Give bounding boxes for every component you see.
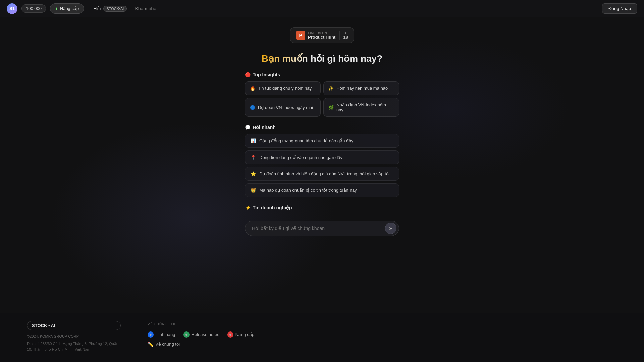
dang-nhap-label: Đăng Nhập xyxy=(608,6,631,11)
navbar-center: Hỏi STOCK•AI Khám phá xyxy=(91,4,159,14)
quick-label-2: Dự đoán tình hình và biến động giá của N… xyxy=(259,171,390,176)
main-heading: Bạn muốn hỏi gì hôm nay? xyxy=(262,53,383,64)
footer-link-release-notes[interactable]: ● Release notes xyxy=(183,331,219,338)
top-insights-label: Top Insights xyxy=(253,72,280,77)
footer: STOCK • AI ©2024, KOMPA GROUP CORP Địa c… xyxy=(0,313,644,362)
logo-avatar: S1 xyxy=(7,3,17,14)
insight-icon-1: ✨ xyxy=(328,86,334,91)
tin-icon: ⚡ xyxy=(245,205,251,210)
plus-icon: + xyxy=(55,6,58,11)
ph-text: FIND US ON Product Hunt xyxy=(308,31,335,40)
footer-links: VỀ CHÚNG TÔI ● Tính năng ● Release notes… xyxy=(148,322,254,347)
top-insights-icon: 🔴 xyxy=(245,72,251,77)
credits-badge: 100,000 xyxy=(21,4,46,13)
navbar-right: Đăng Nhập xyxy=(602,3,637,14)
quick-btn-2[interactable]: ⭐ Dự đoán tình hình và biến động giá của… xyxy=(245,167,399,181)
release-notes-label: Release notes xyxy=(192,332,219,337)
search-input[interactable] xyxy=(245,221,399,236)
footer-address: Địa chỉ: 285/60 Cách Mạng Tháng 8, Phườn… xyxy=(27,341,121,353)
kham-pha-label: Khám phá xyxy=(135,6,156,11)
insight-icon-3: 🌿 xyxy=(328,105,334,110)
hoi-nhanh-list: 📊 Cộng đồng mạng quan tâm chủ đề nào gần… xyxy=(245,134,399,197)
kham-pha-button[interactable]: Khám phá xyxy=(132,4,159,13)
hoi-label: Hỏi xyxy=(93,6,101,11)
footer-brand: STOCK • AI ©2024, KOMPA GROUP CORP Địa c… xyxy=(27,321,121,353)
footer-link-row-1: ● Tính năng ● Release notes ● Nâng cấp xyxy=(148,331,254,338)
insight-btn-0[interactable]: 🔥 Tin tức đáng chú ý hôm nay xyxy=(245,81,321,95)
dang-nhap-button[interactable]: Đăng Nhập xyxy=(602,3,637,14)
navbar: S1 100,000 + Nâng cấp Hỏi STOCK•AI Khám … xyxy=(0,0,644,17)
insight-label-1: Hôm nay nên mua mã nào xyxy=(336,86,388,91)
quick-icon-2: ⭐ xyxy=(251,171,256,176)
insight-label-0: Tin tức đáng chú ý hôm nay xyxy=(258,86,312,91)
quick-icon-0: 📊 xyxy=(251,138,256,143)
ph-upvote: ▲ 18 xyxy=(339,31,348,40)
ph-icon: P xyxy=(296,31,305,40)
footer-link-tinh-nang[interactable]: ● Tính năng xyxy=(148,331,175,338)
insight-icon-2: 🔵 xyxy=(250,105,255,110)
search-send-button[interactable]: ➤ xyxy=(385,223,396,234)
product-hunt-banner[interactable]: P FIND US ON Product Hunt ▲ 18 xyxy=(290,27,354,43)
footer-section-label: VỀ CHÚNG TÔI xyxy=(148,322,254,326)
insight-btn-1[interactable]: ✨ Hôm nay nên mua mã nào xyxy=(323,81,399,95)
footer-logo: STOCK • AI xyxy=(27,321,121,330)
quick-btn-0[interactable]: 📊 Cộng đồng mạng quan tâm chủ đề nào gần… xyxy=(245,134,399,148)
insight-label-3: Nhận định VN-Index hôm nay xyxy=(336,102,394,112)
quick-btn-1[interactable]: 📍 Dòng tiền đang đổ vào ngành nào gần đâ… xyxy=(245,150,399,164)
hoi-nhanh-icon: 💬 xyxy=(245,125,251,130)
logo-initials: S1 xyxy=(9,6,15,11)
search-container: ➤ xyxy=(245,221,399,236)
ph-count: 18 xyxy=(343,35,348,40)
send-icon: ➤ xyxy=(389,226,393,231)
main-content: P FIND US ON Product Hunt ▲ 18 Bạn muốn … xyxy=(0,17,644,236)
ve-chung-toi-icon: ✏️ xyxy=(148,342,153,347)
quick-label-3: Mã nào dự đoán chuẩn bị có tin tốt trong… xyxy=(259,188,357,193)
upgrade-label: Nâng cấp xyxy=(60,6,79,11)
navbar-left: S1 100,000 + Nâng cấp xyxy=(7,3,84,14)
credits-value: 100,000 xyxy=(26,6,42,11)
insight-btn-3[interactable]: 🌿 Nhận định VN-Index hôm nay xyxy=(323,98,399,117)
stock-badge: STOCK•AI xyxy=(103,6,127,12)
quick-icon-1: 📍 xyxy=(251,155,256,160)
quick-btn-3[interactable]: 👑 Mã nào dự đoán chuẩn bị có tin tốt tro… xyxy=(245,183,399,197)
tin-doanh-nghiep-title: ⚡ Tin doanh nghiệp xyxy=(245,205,399,210)
insight-icon-0: 🔥 xyxy=(250,86,255,91)
quick-label-0: Cộng đồng mạng quan tâm chủ đề nào gần đ… xyxy=(259,138,353,143)
insight-label-2: Dự đoán VN-Index ngày mai xyxy=(258,105,313,110)
hoi-nhanh-label: Hỏi nhanh xyxy=(253,125,276,130)
footer-link-row-2: ✏️ Về chúng tôi xyxy=(148,342,254,347)
ph-arrow-icon: ▲ xyxy=(344,31,347,35)
insight-btn-2[interactable]: 🔵 Dự đoán VN-Index ngày mai xyxy=(245,98,321,117)
nang-cap-icon: ● xyxy=(227,331,233,338)
nang-cap-label: Nâng cấp xyxy=(235,332,254,337)
top-insights-title: 🔴 Top Insights xyxy=(245,72,399,77)
ve-chung-toi-label: Về chúng tôi xyxy=(155,342,180,347)
tin-label: Tin doanh nghiệp xyxy=(253,205,292,210)
tinh-nang-label: Tính năng xyxy=(156,332,175,337)
quick-label-1: Dòng tiền đang đổ vào ngành nào gần đây xyxy=(259,155,342,160)
hoi-nhanh-title: 💬 Hỏi nhanh xyxy=(245,125,399,130)
footer-link-ve-chung-toi[interactable]: ✏️ Về chúng tôi xyxy=(148,342,180,347)
cards-container: 🔴 Top Insights 🔥 Tin tức đáng chú ý hôm … xyxy=(245,72,399,217)
footer-copyright: ©2024, KOMPA GROUP CORP xyxy=(27,334,121,338)
tin-doanh-nghiep-section: ⚡ Tin doanh nghiệp xyxy=(245,205,399,210)
ph-find-us: FIND US ON xyxy=(308,31,335,35)
top-insights-grid: 🔥 Tin tức đáng chú ý hôm nay ✨ Hôm nay n… xyxy=(245,81,399,117)
ph-name: Product Hunt xyxy=(308,35,335,40)
upgrade-button[interactable]: + Nâng cấp xyxy=(50,3,84,14)
footer-link-nang-cap[interactable]: ● Nâng cấp xyxy=(227,331,254,338)
hoi-nav-button[interactable]: Hỏi STOCK•AI xyxy=(91,4,129,14)
release-notes-icon: ● xyxy=(183,331,190,338)
quick-icon-3: 👑 xyxy=(251,188,256,193)
tinh-nang-icon: ● xyxy=(148,331,154,338)
